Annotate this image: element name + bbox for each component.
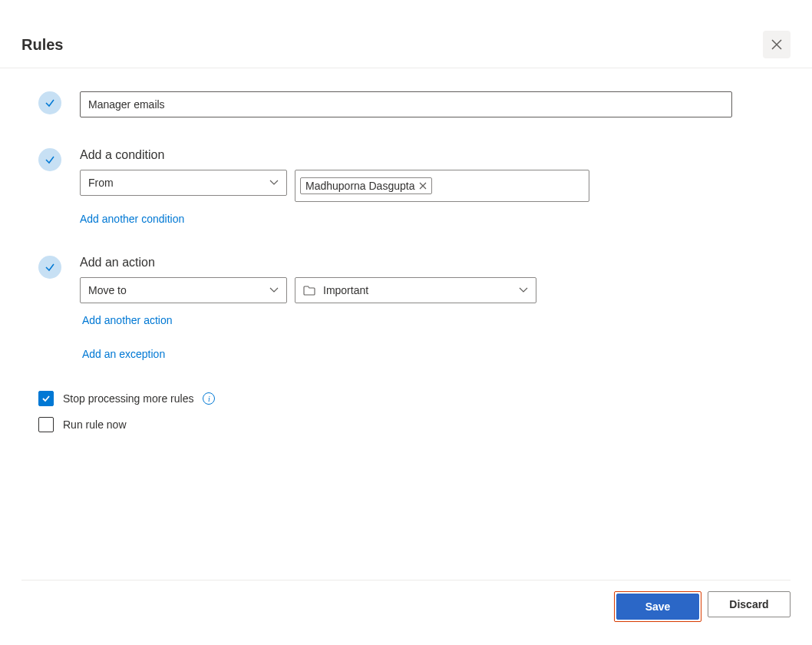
dialog-footer: Save Discard: [21, 580, 791, 622]
save-button[interactable]: Save: [616, 594, 699, 620]
condition-people-input[interactable]: Madhuporna Dasgupta: [295, 170, 589, 202]
stop-processing-label: Stop processing more rules: [63, 392, 193, 405]
rule-name-section: [38, 91, 791, 117]
person-chip[interactable]: Madhuporna Dasgupta: [300, 177, 432, 194]
dialog-header: Rules: [0, 0, 812, 68]
save-highlight: Save: [614, 591, 701, 622]
run-rule-label: Run rule now: [63, 418, 127, 431]
action-type-dropdown[interactable]: Move to: [80, 277, 287, 303]
folder-icon: [303, 285, 315, 296]
chevron-down-icon: [269, 180, 279, 186]
dialog-content: Add a condition From Madhuporna Dasgupta: [0, 68, 812, 458]
add-exception-link[interactable]: Add an exception: [82, 348, 165, 360]
run-rule-row: Run rule now: [38, 417, 791, 432]
rule-name-input[interactable]: [80, 91, 732, 117]
add-condition-link[interactable]: Add another condition: [80, 213, 184, 225]
action-folder-value: Important: [323, 284, 368, 296]
chip-remove-icon[interactable]: [419, 182, 427, 190]
action-section: Add an action Move to Important: [38, 256, 791, 360]
info-icon[interactable]: i: [203, 392, 215, 405]
add-action-link[interactable]: Add another action: [82, 314, 173, 326]
close-button[interactable]: [763, 31, 791, 58]
person-chip-label: Madhuporna Dasgupta: [305, 180, 414, 192]
action-folder-dropdown[interactable]: Important: [295, 277, 536, 303]
condition-type-value: From: [88, 177, 114, 189]
rule-options: Stop processing more rules i Run rule no…: [38, 391, 791, 432]
action-type-value: Move to: [88, 284, 127, 296]
action-label: Add an action: [80, 256, 791, 270]
stop-processing-checkbox[interactable]: [38, 391, 54, 406]
chevron-down-icon: [269, 287, 279, 293]
run-rule-checkbox[interactable]: [38, 417, 54, 432]
rules-dialog: Rules Add a condition: [0, 0, 812, 645]
close-icon: [771, 39, 782, 50]
condition-type-dropdown[interactable]: From: [80, 170, 287, 196]
condition-section: Add a condition From Madhuporna Dasgupta: [38, 148, 791, 225]
discard-button[interactable]: Discard: [708, 591, 791, 617]
step-complete-icon: [38, 148, 61, 171]
condition-label: Add a condition: [80, 148, 791, 162]
dialog-title: Rules: [21, 36, 63, 54]
step-complete-icon: [38, 91, 61, 114]
step-complete-icon: [38, 256, 61, 279]
chevron-down-icon: [519, 287, 528, 293]
stop-processing-row: Stop processing more rules i: [38, 391, 791, 406]
